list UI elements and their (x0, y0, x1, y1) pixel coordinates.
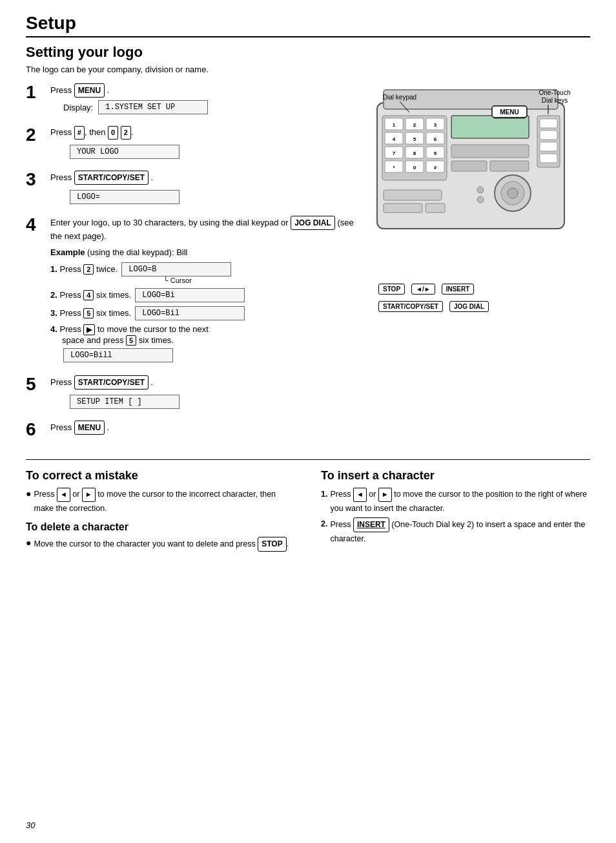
section-title: Setting your logo (26, 44, 590, 61)
svg-point-42 (477, 196, 484, 203)
insert-key-bottom: INSERT (353, 517, 389, 532)
left-arrow-correct: ◄ (57, 488, 70, 502)
svg-text:0: 0 (413, 165, 416, 171)
display-label-1: Display: (63, 103, 93, 112)
diagram-column: 1 2 3 4 5 6 7 8 9 (371, 83, 590, 448)
svg-rect-37 (490, 161, 529, 171)
svg-point-40 (508, 188, 518, 198)
display-value-3: LOGO= (70, 190, 180, 204)
display-value-2: YOUR LOGO (70, 145, 180, 159)
start-copy-set-key-5: START/COPY/SET (74, 375, 149, 390)
display-value-5: SETUP ITEM [ ] (70, 395, 180, 409)
svg-text:#: # (434, 165, 437, 171)
step-2: 2 Press #, then 0 2. YOUR LOGO (26, 126, 358, 161)
svg-rect-34 (540, 154, 557, 163)
step-4-text: Enter your logo, up to 30 characters, by… (50, 216, 358, 243)
step-6-number: 6 (26, 421, 44, 439)
stop-btn-label: STOP (378, 284, 405, 295)
bottom-left: To correct a mistake ● Press ◄ or ► to m… (26, 469, 295, 552)
key-2-s1: 2 (83, 264, 94, 275)
svg-text:8: 8 (413, 151, 416, 156)
svg-text:9: 9 (434, 151, 437, 156)
insert-char-heading: To insert a character (321, 469, 590, 483)
step-4: 4 Enter your logo, up to 30 characters, … (26, 216, 358, 367)
insert-item1-body: Press ◄ or ► to move the cursor to the p… (330, 488, 590, 515)
step-5-content: Press START/COPY/SET . SETUP ITEM [ ] (50, 375, 358, 411)
step-1-text: Press MENU . (50, 83, 358, 98)
step-2-number: 2 (26, 126, 44, 144)
insert-num-1: 1. (321, 488, 327, 515)
svg-rect-36 (451, 161, 487, 171)
svg-text:4: 4 (393, 136, 396, 142)
svg-text:7: 7 (393, 151, 396, 156)
step-2-content: Press #, then 0 2. YOUR LOGO (50, 126, 358, 161)
step-4-number: 4 (26, 216, 44, 234)
svg-text:5: 5 (413, 136, 416, 142)
sub-step-1: 1. Press 2 twice. LOGO=B └ Cursor (50, 262, 358, 284)
start-copy-set-btn-label: START/COPY/SET (378, 301, 443, 312)
svg-rect-35 (451, 145, 529, 158)
correct-mistake-heading: To correct a mistake (26, 469, 295, 483)
section-description: The logo can be your company, division o… (26, 65, 590, 74)
step-5: 5 Press START/COPY/SET . SETUP ITEM [ ] (26, 375, 358, 411)
diagram-bottom-labels: STOP ◄/► INSERT START/COPY/SET JOG DIAL (371, 282, 577, 313)
svg-rect-43 (384, 190, 442, 200)
sub-step-1-label: 1. Press 2 twice. (50, 264, 118, 275)
svg-text:Dial keys: Dial keys (542, 97, 568, 104)
step-6-text: Press MENU . (50, 421, 358, 435)
svg-text:Dial keypad: Dial keypad (383, 94, 416, 101)
sub-step-4: 4. Press ▶ to move the cursor to the nex… (50, 324, 358, 362)
delete-char-body: Move the cursor to the character you wan… (34, 537, 289, 552)
right-arrow-insert: ► (378, 488, 392, 502)
sub-step-2: 2. Press 4 six times. LOGO=Bi (50, 288, 358, 302)
correct-mistake-text: ● Press ◄ or ► to move the cursor to the… (26, 488, 295, 515)
display-s2: LOGO=Bi (135, 288, 245, 302)
fax-diagram: 1 2 3 4 5 6 7 8 9 (371, 83, 577, 313)
svg-point-41 (477, 187, 484, 193)
svg-text:2: 2 (413, 122, 416, 128)
example-block: Example (using the dial keypad): Bill (50, 247, 358, 257)
svg-rect-45 (426, 203, 445, 213)
page: Setup Setting your logo The logo can be … (0, 0, 616, 843)
display-value-1: 1.SYSTEM SET UP (98, 100, 208, 114)
example-label: Example (50, 247, 85, 257)
right-arrow-key-s4: ▶ (83, 324, 95, 335)
display-s4: LOGO=Bill (63, 348, 173, 362)
page-number: 30 (26, 820, 35, 830)
svg-rect-31 (540, 119, 557, 128)
menu-key-6: MENU (74, 421, 105, 435)
correct-mistake-body: Press ◄ or ► to move the cursor to the i… (34, 488, 295, 515)
bottom-right: To insert a character 1. Press ◄ or ► to… (321, 469, 590, 552)
step-6-content: Press MENU . (50, 421, 358, 437)
steps-column: 1 Press MENU . Display: 1.SYSTEM SET UP … (26, 83, 358, 448)
jog-dial-key-4: JOG DIAL (291, 216, 335, 230)
jog-dial-btn-label: JOG DIAL (449, 301, 489, 312)
cursor-text: Cursor (170, 276, 192, 284)
step-3-content: Press START/COPY/SET . LOGO= (50, 171, 358, 207)
page-title: Setup (26, 13, 590, 37)
svg-text:1: 1 (393, 122, 396, 128)
sub-step-3-label: 3. Press 5 six times. (50, 308, 131, 318)
insert-item2-body: Press INSERT (One-Touch Dial key 2) to i… (330, 517, 590, 545)
right-arrow-correct: ► (82, 488, 96, 502)
insert-char-item1: 1. Press ◄ or ► to move the cursor to th… (321, 488, 590, 515)
main-content: 1 Press MENU . Display: 1.SYSTEM SET UP … (26, 83, 590, 448)
step-5-number: 5 (26, 375, 44, 393)
step-3: 3 Press START/COPY/SET . LOGO= (26, 171, 358, 207)
svg-rect-33 (540, 142, 557, 151)
svg-text:MENU: MENU (500, 109, 518, 116)
step-1-number: 1 (26, 83, 44, 101)
sub-step-4-label: 4. Press ▶ to move the cursor to the nex… (50, 324, 209, 346)
key-5-s4: 5 (126, 335, 136, 346)
step-1: 1 Press MENU . Display: 1.SYSTEM SET UP (26, 83, 358, 117)
zero-key: 0 (108, 126, 118, 140)
svg-text:3: 3 (434, 122, 437, 128)
svg-text:One-Touch: One-Touch (539, 89, 571, 96)
nav-btn-label: ◄/► (411, 284, 435, 295)
display-s1: LOGO=B (121, 262, 231, 276)
sub-step-3: 3. Press 5 six times. LOGO=Bil (50, 306, 358, 320)
fax-machine-svg: 1 2 3 4 5 6 7 8 9 (371, 83, 577, 277)
separator (26, 459, 590, 460)
step-1-content: Press MENU . Display: 1.SYSTEM SET UP (50, 83, 358, 117)
svg-text:6: 6 (434, 136, 437, 142)
